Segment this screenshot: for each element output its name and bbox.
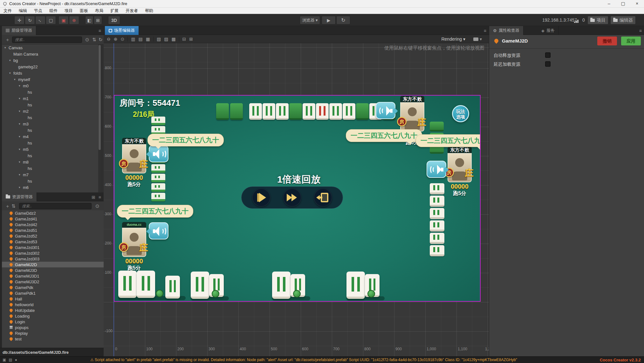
align-right-icon[interactable]: ▦ — [146, 37, 150, 42]
expand-arrow[interactable] — [9, 59, 13, 62]
hierarchy-node[interactable]: m0 — [2, 83, 101, 89]
expand-arrow[interactable] — [19, 160, 23, 164]
revert-button[interactable]: 撤销 — [597, 37, 617, 45]
hierarchy-node[interactable]: hs — [2, 152, 101, 159]
asset-item[interactable]: GameMJ3D1 — [2, 273, 104, 279]
hierarchy-node[interactable]: hs — [2, 178, 101, 184]
asset-item[interactable]: GameJzd51 — [2, 227, 104, 233]
move-tool-button[interactable]: ✛ — [14, 16, 24, 24]
add-asset-button[interactable]: ＋ — [5, 203, 10, 209]
hierarchy-node[interactable]: hs — [2, 114, 101, 121]
tab-assets[interactable]: 资源管理器 — [2, 192, 37, 201]
hierarchy-node[interactable]: Canvas — [2, 44, 101, 51]
asset-item[interactable]: HotUpdate — [2, 307, 104, 313]
search-icon[interactable]: ⊙ — [85, 37, 89, 43]
panel-menu-icon[interactable]: ≡ — [639, 28, 642, 33]
distribute-v-icon[interactable]: ⊞ — [189, 37, 193, 42]
player-avatar[interactable]: 房 庄 — [400, 102, 424, 131]
zoom-out-icon[interactable]: ⊖ — [107, 37, 111, 42]
grid-toggle-button[interactable]: ⊞ — [94, 16, 102, 24]
asset-item[interactable]: GameJzd303 — [2, 256, 104, 262]
console-icon[interactable]: ▤ — [9, 358, 12, 362]
asset-item[interactable]: popups — [2, 325, 104, 330]
asset-item[interactable]: GameMJ3D2 — [2, 279, 104, 285]
hierarchy-node[interactable]: hs — [2, 127, 101, 133]
play-preview-button[interactable]: ▶ — [322, 16, 336, 24]
anchor-toggle-button[interactable]: ⊕ — [69, 16, 79, 24]
menu-project[interactable]: 项目 — [61, 8, 76, 14]
zoom-in-icon[interactable]: ⊕ — [114, 37, 118, 42]
zoom-reset-icon[interactable]: ⊙ — [120, 37, 124, 42]
align-left-icon[interactable]: ▥ — [131, 37, 135, 42]
rect-tool-button[interactable]: ▢ — [46, 16, 56, 24]
dock-layout-icon[interactable]: ▣ — [3, 358, 6, 362]
align-bottom-icon[interactable]: ▩ — [171, 37, 175, 42]
rendering-dropdown[interactable]: Rendering ▾ — [441, 37, 465, 42]
hierarchy-node[interactable]: hs — [2, 102, 101, 108]
expand-arrow[interactable] — [19, 110, 23, 113]
asset-item[interactable]: GameDdz2 — [2, 210, 104, 216]
asset-item[interactable]: GameJzd301 — [2, 245, 104, 250]
expand-arrow[interactable] — [19, 97, 23, 100]
expand-all-icon[interactable]: ⇅ — [92, 37, 96, 43]
hierarchy-search-input[interactable] — [12, 37, 82, 43]
assets-search-input[interactable] — [19, 203, 92, 209]
asset-item-selected[interactable]: GameMJ2D — [2, 262, 104, 267]
menu-developer[interactable]: 开发者 — [122, 8, 141, 14]
game-scene-canvas[interactable]: 房间号：554471 2/16局 — [114, 95, 481, 302]
menu-layout[interactable]: 布局 — [92, 8, 107, 14]
tab-properties[interactable]: ⚙ 属性检查器 — [489, 26, 524, 35]
maximize-button[interactable]: ▢ — [616, 0, 630, 8]
auto-release-checkbox[interactable] — [545, 52, 551, 58]
minimize-button[interactable]: – — [602, 0, 616, 8]
player-avatar[interactable]: 房 庄 — [448, 153, 472, 182]
expand-arrow[interactable] — [19, 173, 23, 176]
expand-arrow[interactable] — [19, 135, 23, 138]
expand-arrow[interactable] — [19, 148, 23, 151]
preview-target-dropdown[interactable]: 浏览器 ▾ — [300, 16, 320, 24]
panel-menu-icon[interactable]: ≡ — [99, 28, 101, 33]
exit-replay-button[interactable] — [314, 188, 332, 207]
hierarchy-node[interactable]: m4 — [2, 133, 101, 140]
expand-arrow[interactable] — [19, 122, 23, 125]
hierarchy-node[interactable]: m3 — [2, 121, 101, 127]
asset-item[interactable]: GameJzd53 — [2, 239, 104, 245]
asset-item[interactable]: test — [2, 336, 104, 342]
apply-button[interactable]: 应用 — [621, 37, 641, 45]
hierarchy-node[interactable]: hs — [2, 89, 101, 95]
panel-menu-icon[interactable]: ≡ — [484, 28, 486, 33]
asset-item[interactable]: helloworld — [2, 302, 104, 307]
hierarchy-node[interactable]: m1 — [2, 95, 101, 102]
hierarchy-node[interactable]: bg — [2, 57, 101, 64]
gizmo-toggle-button[interactable]: ◧ — [85, 16, 93, 24]
menu-file[interactable]: 文件 — [0, 8, 15, 14]
menu-component[interactable]: 组件 — [46, 8, 61, 14]
3d-mode-button[interactable]: 3D — [108, 16, 120, 24]
menu-help[interactable]: 帮助 — [141, 8, 157, 14]
open-project-button[interactable]: 项目 — [587, 16, 608, 24]
fast-forward-button[interactable] — [283, 188, 301, 207]
hierarchy-node[interactable]: folds — [2, 70, 101, 76]
panel-menu-icon[interactable]: ≡ — [99, 195, 101, 200]
add-node-button[interactable]: ＋ — [5, 37, 10, 43]
expand-arrow[interactable] — [14, 78, 18, 81]
open-editor-button[interactable]: 编辑器 — [610, 16, 636, 24]
hierarchy-node[interactable]: myself — [2, 76, 101, 83]
align-center-icon[interactable]: ▤ — [138, 37, 142, 42]
record-icon[interactable]: ● — [15, 358, 17, 362]
asset-item[interactable]: Replay — [2, 330, 104, 336]
scale-tool-button[interactable]: ↔ — [35, 16, 45, 24]
asset-item[interactable]: Loading — [2, 313, 104, 319]
asset-item[interactable]: GameJzd41 — [2, 216, 104, 222]
menu-node[interactable]: 节点 — [31, 8, 46, 14]
hierarchy-node[interactable]: gamebg22 — [2, 64, 101, 70]
align-middle-icon[interactable]: ▨ — [164, 37, 168, 42]
hierarchy-scrollbar[interactable] — [98, 44, 101, 192]
async-load-checkbox[interactable] — [545, 61, 551, 67]
hierarchy-node[interactable]: hs — [2, 165, 101, 171]
hierarchy-node[interactable]: m6 — [2, 184, 101, 191]
voice-speaker-icon[interactable] — [427, 161, 446, 178]
sort-icon[interactable]: ⇅ — [11, 203, 16, 209]
expand-arrow[interactable] — [4, 46, 9, 49]
distribute-h-icon[interactable]: ⊟ — [182, 37, 186, 42]
